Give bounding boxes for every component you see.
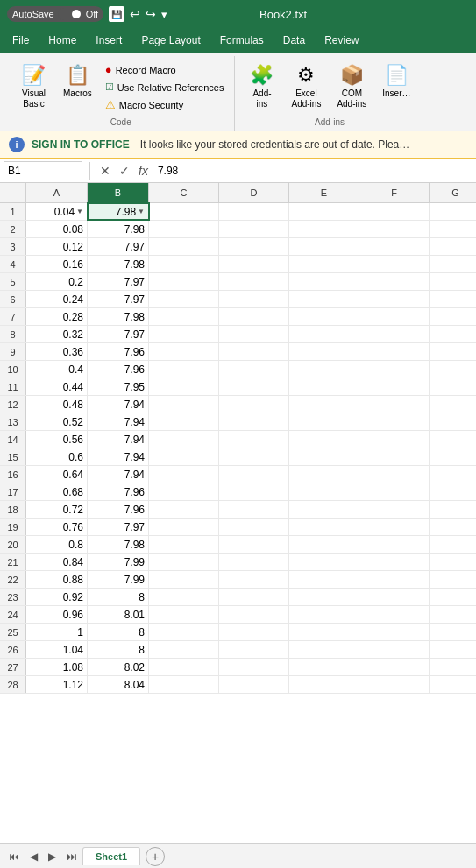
cell-D12[interactable]: [219, 396, 289, 413]
cell-G5[interactable]: [430, 273, 476, 290]
cell-E5[interactable]: [289, 273, 359, 290]
cell-D11[interactable]: [219, 378, 289, 395]
cell-b20[interactable]: 7.98: [88, 536, 149, 553]
cell-F11[interactable]: [359, 378, 430, 395]
cell-F7[interactable]: [359, 308, 430, 325]
cell-F2[interactable]: [359, 221, 430, 237]
cell-D17[interactable]: [219, 483, 289, 500]
cell-F27[interactable]: [359, 659, 430, 675]
signin-banner[interactable]: i SIGN IN TO OFFICE It looks like your s…: [0, 131, 476, 159]
cell-E10[interactable]: [289, 361, 359, 378]
col-header-b[interactable]: B: [88, 183, 149, 202]
cell-G8[interactable]: [430, 326, 476, 342]
row-number-25[interactable]: 25: [0, 624, 26, 640]
cell-a6[interactable]: 0.24: [26, 291, 88, 307]
menu-home[interactable]: Home: [39, 31, 85, 50]
cell-C2[interactable]: [149, 221, 219, 237]
cell-D24[interactable]: [219, 606, 289, 623]
cell-G14[interactable]: [430, 431, 476, 448]
cell-D28[interactable]: [219, 676, 289, 693]
row-number-5[interactable]: 5: [0, 273, 26, 290]
cell-G16[interactable]: [430, 466, 476, 483]
cell-C25[interactable]: [149, 624, 219, 640]
row-number-3[interactable]: 3: [0, 238, 26, 255]
cell-D20[interactable]: [219, 536, 289, 553]
row-number-8[interactable]: 8: [0, 326, 26, 342]
cell-b16[interactable]: 7.94: [88, 466, 149, 483]
cell-D14[interactable]: [219, 431, 289, 448]
row-number-20[interactable]: 20: [0, 536, 26, 553]
confirm-formula-button[interactable]: ✓: [117, 164, 132, 178]
cell-a1[interactable]: 0.04▼: [26, 203, 88, 220]
cell-C27[interactable]: [149, 659, 219, 675]
cell-a22[interactable]: 0.88: [26, 571, 88, 588]
cell-a19[interactable]: 0.76: [26, 519, 88, 535]
cell-E15[interactable]: [289, 448, 359, 465]
cell-G23[interactable]: [430, 589, 476, 605]
cell-a24[interactable]: 0.96: [26, 606, 88, 623]
cell-D22[interactable]: [219, 571, 289, 588]
cell-E3[interactable]: [289, 238, 359, 255]
cell-G1[interactable]: [430, 203, 476, 220]
cell-C23[interactable]: [149, 589, 219, 605]
cell-a27[interactable]: 1.08: [26, 659, 88, 675]
cell-a18[interactable]: 0.72: [26, 501, 88, 518]
cell-F19[interactable]: [359, 519, 430, 535]
cell-G27[interactable]: [430, 659, 476, 675]
cell-E24[interactable]: [289, 606, 359, 623]
col-header-e[interactable]: E: [289, 183, 359, 202]
col-header-g[interactable]: G: [430, 183, 476, 202]
cell-C19[interactable]: [149, 519, 219, 535]
autosave-toggle[interactable]: AutoSave Off: [7, 6, 103, 22]
cell-b13[interactable]: 7.94: [88, 413, 149, 430]
menu-data[interactable]: Data: [274, 31, 314, 50]
cell-C8[interactable]: [149, 326, 219, 342]
cell-G24[interactable]: [430, 606, 476, 623]
cell-F28[interactable]: [359, 676, 430, 693]
menu-review[interactable]: Review: [316, 31, 367, 50]
cell-D15[interactable]: [219, 448, 289, 465]
cell-E18[interactable]: [289, 501, 359, 518]
row-number-12[interactable]: 12: [0, 396, 26, 413]
row-number-11[interactable]: 11: [0, 378, 26, 395]
cell-C24[interactable]: [149, 606, 219, 623]
row-number-27[interactable]: 27: [0, 659, 26, 675]
row-number-23[interactable]: 23: [0, 589, 26, 605]
cell-E22[interactable]: [289, 571, 359, 588]
cell-G21[interactable]: [430, 554, 476, 570]
cell-C9[interactable]: [149, 343, 219, 360]
insert-function-button[interactable]: fx: [136, 164, 151, 178]
cell-D25[interactable]: [219, 624, 289, 640]
cell-a7[interactable]: 0.28: [26, 308, 88, 325]
cell-G3[interactable]: [430, 238, 476, 255]
cell-a17[interactable]: 0.68: [26, 483, 88, 500]
cell-E23[interactable]: [289, 589, 359, 605]
cell-a3[interactable]: 0.12: [26, 238, 88, 255]
cell-D4[interactable]: [219, 256, 289, 272]
cell-F21[interactable]: [359, 554, 430, 570]
cell-a28[interactable]: 1.12: [26, 676, 88, 693]
menu-formulas[interactable]: Formulas: [211, 31, 273, 50]
cell-F5[interactable]: [359, 273, 430, 290]
cell-b26[interactable]: 8: [88, 641, 149, 658]
cell-G19[interactable]: [430, 519, 476, 535]
row-number-21[interactable]: 21: [0, 554, 26, 570]
cell-C12[interactable]: [149, 396, 219, 413]
customize-qat[interactable]: ▾: [161, 8, 167, 21]
cell-F24[interactable]: [359, 606, 430, 623]
cell-b10[interactable]: 7.96: [88, 361, 149, 378]
cell-a26[interactable]: 1.04: [26, 641, 88, 658]
cell-C22[interactable]: [149, 571, 219, 588]
cell-C10[interactable]: [149, 361, 219, 378]
cell-F14[interactable]: [359, 431, 430, 448]
cell-F9[interactable]: [359, 343, 430, 360]
com-add-ins-button[interactable]: 📦 COMAdd-ins: [330, 60, 373, 114]
cell-C20[interactable]: [149, 536, 219, 553]
cell-C15[interactable]: [149, 448, 219, 465]
cell-D26[interactable]: [219, 641, 289, 658]
cell-D18[interactable]: [219, 501, 289, 518]
cell-G9[interactable]: [430, 343, 476, 360]
cell-G10[interactable]: [430, 361, 476, 378]
cell-G2[interactable]: [430, 221, 476, 237]
row-number-18[interactable]: 18: [0, 501, 26, 518]
